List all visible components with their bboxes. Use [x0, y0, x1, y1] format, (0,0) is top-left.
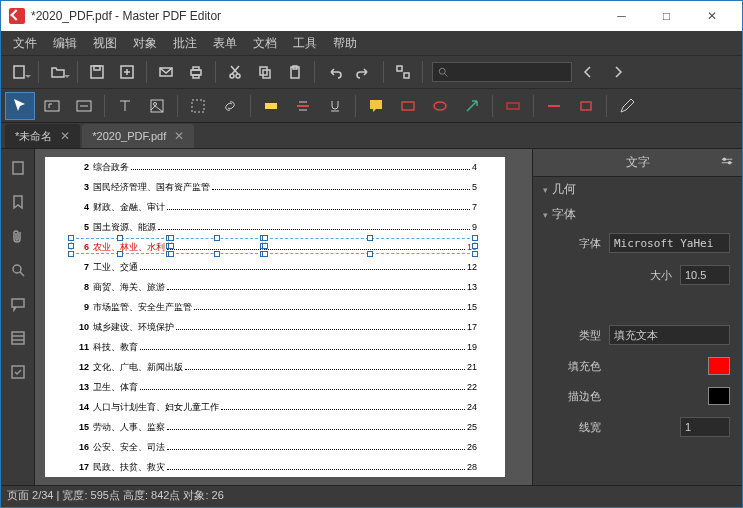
edit-text-tool[interactable]	[37, 92, 67, 120]
paste-button[interactable]	[281, 59, 309, 85]
menu-表单[interactable]: 表单	[207, 33, 243, 54]
toc-line[interactable]: 13 卫生、体育22	[73, 381, 477, 395]
search-input[interactable]	[432, 62, 572, 82]
mail-button[interactable]	[152, 59, 180, 85]
arrow-annot-tool[interactable]	[457, 92, 487, 120]
type-label: 类型	[557, 328, 601, 343]
props-settings-icon[interactable]	[720, 154, 734, 171]
rect-annot-tool[interactable]	[393, 92, 423, 120]
bookmarks-panel[interactable]	[5, 189, 31, 215]
open-button[interactable]	[44, 59, 72, 85]
font-select[interactable]: Microsoft YaHei	[609, 233, 730, 253]
svg-point-9	[236, 74, 240, 78]
toc-line[interactable]: 5 国土资源、能源9	[73, 221, 477, 235]
toc-line[interactable]: 2 综合政务4	[73, 161, 477, 175]
document-viewport[interactable]: 2 综合政务43 国民经济管理、国有资产监管54 财政、金融、审计75 国土资源…	[35, 149, 532, 485]
attachments-panel[interactable]	[5, 223, 31, 249]
menu-批注[interactable]: 批注	[167, 33, 203, 54]
toggle-grid-button[interactable]	[389, 59, 417, 85]
svg-rect-21	[192, 100, 204, 112]
pdf-page[interactable]: 2 综合政务43 国民经济管理、国有资产监管54 财政、金融、审计75 国土资源…	[45, 157, 505, 477]
app-logo	[9, 8, 25, 24]
minimize-button[interactable]: ─	[599, 1, 644, 31]
menu-文档[interactable]: 文档	[247, 33, 283, 54]
copy-button[interactable]	[251, 59, 279, 85]
close-button[interactable]: ✕	[689, 1, 734, 31]
signatures-panel[interactable]	[5, 359, 31, 385]
selection-tool[interactable]	[183, 92, 213, 120]
fill-label: 填充色	[557, 359, 601, 374]
image-tool[interactable]	[142, 92, 172, 120]
section-font[interactable]: 字体	[533, 202, 742, 227]
link-tool[interactable]	[215, 92, 245, 120]
print-button[interactable]	[182, 59, 210, 85]
toc-line[interactable]: 9 市场监管、安全生产监管15	[73, 301, 477, 315]
toc-line[interactable]: 17 民政、扶贫、救灾28	[73, 461, 477, 475]
redo-button[interactable]	[350, 59, 378, 85]
menu-文件[interactable]: 文件	[7, 33, 43, 54]
toc-line[interactable]: 12 文化、广电、新闻出版21	[73, 361, 477, 375]
document-tab[interactable]: *2020_PDF.pdf✕	[82, 124, 194, 148]
line-shape-tool[interactable]	[539, 92, 569, 120]
toc-line[interactable]: 10 城乡建设、环境保护17	[73, 321, 477, 335]
menu-视图[interactable]: 视图	[87, 33, 123, 54]
comments-panel[interactable]	[5, 291, 31, 317]
toc-line[interactable]: 7 工业、交通12	[73, 261, 477, 275]
circle-annot-tool[interactable]	[425, 92, 455, 120]
toc-line[interactable]: 4 财政、金融、审计7	[73, 201, 477, 215]
section-geometry[interactable]: 几何	[533, 177, 742, 202]
toc-line[interactable]: 14 人口与计划生育、妇女儿童工作24	[73, 401, 477, 415]
window-title: *2020_PDF.pdf - Master PDF Editor	[31, 9, 599, 23]
strikeout-tool[interactable]	[288, 92, 318, 120]
size-input[interactable]: 10.5	[680, 265, 730, 285]
menu-工具[interactable]: 工具	[287, 33, 323, 54]
menu-帮助[interactable]: 帮助	[327, 33, 363, 54]
svg-point-16	[439, 68, 445, 74]
toc-line[interactable]: 11 科技、教育19	[73, 341, 477, 355]
status-text: 页面 2/34 | 宽度: 595点 高度: 842点 对象: 26	[7, 488, 224, 503]
search-prev-button[interactable]	[574, 59, 602, 85]
type-select[interactable]: 填充文本	[609, 325, 730, 345]
save-button[interactable]	[83, 59, 111, 85]
svg-rect-27	[13, 162, 23, 174]
toc-line[interactable]: 3 国民经济管理、国有资产监管5	[73, 181, 477, 195]
toc-line[interactable]: 16 公安、安全、司法26	[73, 441, 477, 455]
note-tool[interactable]	[361, 92, 391, 120]
highlight-tool[interactable]	[256, 92, 286, 120]
cut-button[interactable]	[221, 59, 249, 85]
tab-close-icon[interactable]: ✕	[60, 129, 70, 143]
maximize-button[interactable]: □	[644, 1, 689, 31]
new-button[interactable]	[5, 59, 33, 85]
menu-对象[interactable]: 对象	[127, 33, 163, 54]
svg-point-8	[230, 74, 234, 78]
document-tab[interactable]: *未命名✕	[5, 124, 80, 148]
thumbnails-panel[interactable]	[5, 155, 31, 181]
svg-point-32	[723, 158, 726, 161]
svg-point-33	[728, 161, 731, 164]
select-tool[interactable]	[5, 92, 35, 120]
layers-panel[interactable]	[5, 325, 31, 351]
saveas-button[interactable]	[113, 59, 141, 85]
svg-rect-6	[193, 67, 199, 70]
underline-tool[interactable]	[320, 92, 350, 120]
toc-line[interactable]: 15 劳动、人事、监察25	[73, 421, 477, 435]
toc-line[interactable]: 6 农业、林业、水利10	[73, 241, 477, 255]
svg-rect-26	[581, 102, 591, 110]
font-label: 字体	[557, 236, 601, 251]
stamp-tool[interactable]	[498, 92, 528, 120]
svg-rect-14	[397, 66, 402, 71]
stroke-color-swatch[interactable]	[708, 387, 730, 405]
edit-form-tool[interactable]	[69, 92, 99, 120]
toc-line[interactable]: 8 商贸、海关、旅游13	[73, 281, 477, 295]
search-next-button[interactable]	[604, 59, 632, 85]
search-panel[interactable]	[5, 257, 31, 283]
tab-close-icon[interactable]: ✕	[174, 129, 184, 143]
linewidth-input[interactable]: 1	[680, 417, 730, 437]
svg-rect-30	[12, 332, 24, 344]
undo-button[interactable]	[320, 59, 348, 85]
rect-shape-tool[interactable]	[571, 92, 601, 120]
menu-编辑[interactable]: 编辑	[47, 33, 83, 54]
pencil-tool[interactable]	[612, 92, 642, 120]
fill-color-swatch[interactable]	[708, 357, 730, 375]
text-tool[interactable]	[110, 92, 140, 120]
